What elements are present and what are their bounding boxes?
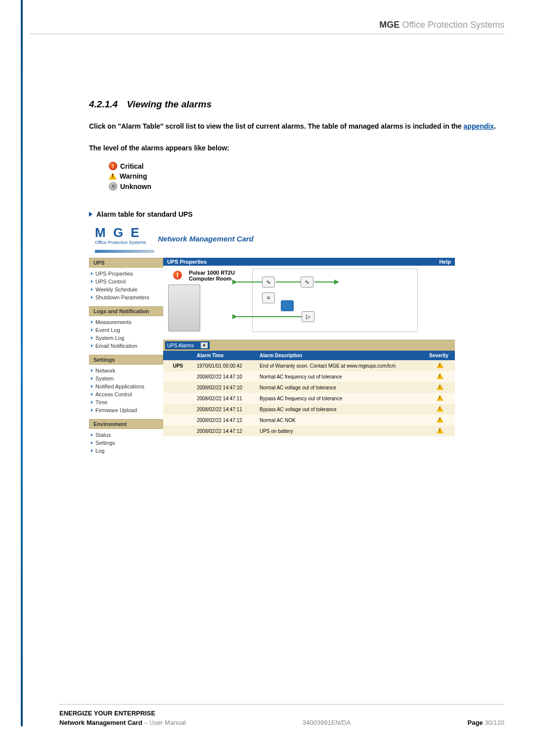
warning-icon xyxy=(437,373,444,379)
legend-unknown: ✕ Unknown xyxy=(109,182,504,190)
table-row: 2008/02/22 14:47:11Bypass AC frequency o… xyxy=(163,393,455,404)
table-row: 2008/02/22 14:47:10Normal AC frequency o… xyxy=(163,371,455,382)
nav-group-env: Environment xyxy=(89,419,163,429)
warning-icon xyxy=(437,417,444,423)
subheading: Alarm table for standard UPS xyxy=(89,210,504,218)
arrow-icon xyxy=(232,314,237,319)
footer-page: Page 30/120 xyxy=(468,719,504,726)
unknown-icon: ✕ xyxy=(109,182,117,190)
paragraph-1: Click on "Alarm Table" scroll list to vi… xyxy=(89,122,504,132)
bullet-icon xyxy=(91,336,93,339)
section-heading: 4.2.1.4 Viewing the alarms xyxy=(89,99,504,110)
warning-icon xyxy=(437,406,444,412)
sidebar-item[interactable]: UPS Properties xyxy=(91,270,163,278)
titlebar-left: UPS Properties xyxy=(167,259,207,265)
sidebar-item[interactable]: Event Log xyxy=(91,326,163,334)
col-time: Alarm Time xyxy=(193,351,256,360)
bypass-node: ▷ xyxy=(302,311,314,322)
help-link[interactable]: Help xyxy=(439,259,451,265)
sidebar-item[interactable]: System xyxy=(91,375,163,382)
bullet-icon xyxy=(91,433,93,436)
battery-node xyxy=(281,300,294,311)
main-panel: UPS Properties Help ! Pulsar 1000 RT2U C… xyxy=(163,258,455,460)
critical-icon: ! xyxy=(109,162,117,170)
brand-bold: MGE xyxy=(379,20,400,30)
alarm-dropdown[interactable]: UPS Alarms ▼ xyxy=(165,341,210,349)
topology-diagram: ! Pulsar 1000 RT2U Computer Room ∿ = ∿ xyxy=(163,266,455,340)
app-title: Network Management Card xyxy=(158,235,253,245)
app-logo: M G E xyxy=(95,226,146,239)
sidebar-item[interactable]: Shutdown Parameters xyxy=(91,293,163,301)
sidebar-item[interactable]: Time xyxy=(91,398,163,406)
bullet-icon xyxy=(91,401,93,404)
alarm-toolbar: UPS Alarms ▼ xyxy=(163,340,455,351)
table-row: 2008/02/22 14:47:12Normal AC NOK xyxy=(163,415,455,425)
footer-tagline: ENERGIZE YOUR ENTERPRISE xyxy=(59,709,504,717)
sidebar-item[interactable]: Email Notification xyxy=(91,342,163,350)
sidebar-item[interactable]: System Log xyxy=(91,334,163,342)
bullet-icon xyxy=(91,321,93,324)
sidebar-item[interactable]: UPS Control xyxy=(91,278,163,285)
table-row: 2008/02/22 14:47:12UPS on battery xyxy=(163,425,455,436)
app-logo-sub: Office Protection Systems xyxy=(95,240,146,245)
sidebar-item[interactable]: Notified Applications xyxy=(91,382,163,390)
sidebar-item[interactable]: Weekly Schedule xyxy=(91,285,163,293)
col-desc: Alarm Description xyxy=(256,351,425,360)
warning-icon xyxy=(437,427,444,433)
status-critical-icon: ! xyxy=(172,270,183,281)
chevron-down-icon: ▼ xyxy=(201,342,208,348)
col-blank xyxy=(163,351,193,360)
sidebar-item[interactable]: Access Control xyxy=(91,390,163,398)
sidebar-item[interactable]: Status xyxy=(91,431,163,439)
sidebar-item[interactable]: Network xyxy=(91,367,163,375)
nav-group-logs: Logs and Notification xyxy=(89,306,163,316)
section-number: 4.2.1.4 xyxy=(89,99,118,109)
dc-node: = xyxy=(262,292,275,303)
header-rule xyxy=(30,34,504,34)
warning-icon xyxy=(109,173,117,180)
table-row: UPS1970/01/01 00:00:42End of Warranty so… xyxy=(163,360,455,371)
sidebar-item[interactable]: Measurements xyxy=(91,318,163,326)
bullet-icon xyxy=(91,385,93,388)
table-row: 2008/02/22 14:47:11Bypass AC voltage out… xyxy=(163,404,455,415)
ups-image xyxy=(168,284,200,331)
paragraph-2: The level of the alarms appears like bel… xyxy=(89,143,504,153)
device-labels: Pulsar 1000 RT2U Computer Room xyxy=(189,270,235,282)
severity-legend: ! Critical Warning ✕ Unknown xyxy=(109,162,504,190)
bullet-icon xyxy=(91,329,93,331)
panel-titlebar: UPS Properties Help xyxy=(163,258,455,266)
col-sev: Severity xyxy=(425,351,455,360)
sidebar-item[interactable]: Log xyxy=(91,447,163,455)
bullet-icon xyxy=(91,296,93,299)
bullet-icon xyxy=(91,272,93,275)
warning-icon xyxy=(437,384,444,390)
sidebar-item[interactable]: Firmware Upload xyxy=(91,406,163,414)
legend-critical: ! Critical xyxy=(109,162,504,170)
left-accent-bar xyxy=(21,0,23,726)
bullet-icon xyxy=(91,393,93,396)
bullet-icon xyxy=(91,369,93,372)
table-row: 2008/02/22 14:47:10Normal AC voltage out… xyxy=(163,382,455,393)
sidebar: UPS UPS PropertiesUPS ControlWeekly Sche… xyxy=(89,258,163,460)
arrow-icon xyxy=(334,280,339,284)
bullet-icon xyxy=(91,288,93,291)
footer-doc-title: Network Management Card – User Manual xyxy=(59,719,186,726)
warning-icon xyxy=(437,362,444,368)
sidebar-item[interactable]: Settings xyxy=(91,439,163,447)
caret-icon xyxy=(89,212,92,217)
nav-group-settings: Settings xyxy=(89,355,163,365)
header-brand: MGE Office Protection Systems xyxy=(379,20,504,30)
bullet-icon xyxy=(91,441,93,444)
bullet-icon xyxy=(91,344,93,347)
section-title: Viewing the alarms xyxy=(127,99,212,109)
ac-node: ∿ xyxy=(262,277,275,287)
bullet-icon xyxy=(91,449,93,452)
warning-icon xyxy=(437,395,444,401)
alarm-table: Alarm Time Alarm Description Severity UP… xyxy=(163,351,455,436)
appendix-link[interactable]: appendix xyxy=(464,122,494,130)
legend-warning: Warning xyxy=(109,172,504,180)
bullet-icon xyxy=(91,409,93,412)
page-footer: ENERGIZE YOUR ENTERPRISE Network Managem… xyxy=(59,704,504,726)
diagram-zone xyxy=(252,269,418,332)
inv-node: ∿ xyxy=(301,277,313,287)
